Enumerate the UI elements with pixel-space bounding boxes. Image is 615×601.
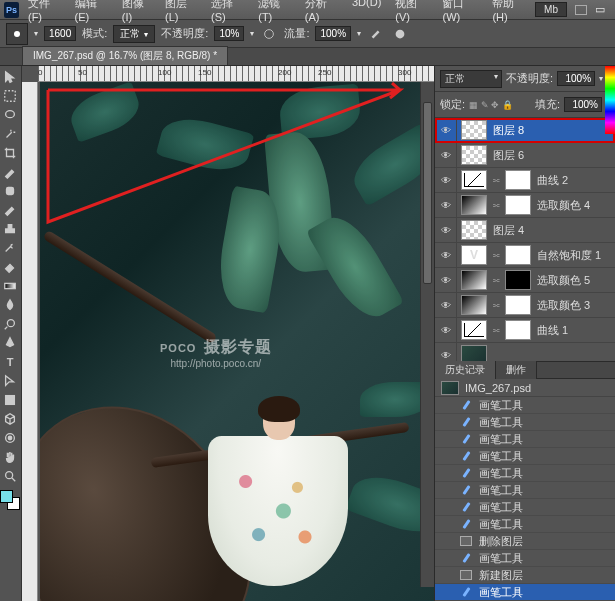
menu-item[interactable]: 文件(F): [21, 0, 68, 25]
menu-item[interactable]: 滤镜(T): [251, 0, 298, 25]
menu-item[interactable]: 图像(I): [115, 0, 158, 25]
history-brush-tool[interactable]: [0, 239, 20, 257]
eraser-tool[interactable]: [0, 258, 20, 276]
brush-icon: [459, 466, 473, 480]
history-snapshot[interactable]: IMG_267.psd: [435, 379, 615, 397]
visibility-toggle[interactable]: 👁: [435, 293, 457, 317]
scrollbar-vertical[interactable]: [420, 82, 434, 587]
menu-item[interactable]: 窗口(W): [435, 0, 485, 25]
screen-mode-icon[interactable]: ▭: [595, 3, 605, 16]
visibility-toggle[interactable]: 👁: [435, 268, 457, 292]
visibility-toggle[interactable]: 👁: [435, 243, 457, 267]
flow-input[interactable]: 100%: [315, 26, 351, 41]
blend-mode-select[interactable]: 正常: [113, 25, 155, 43]
menu-item[interactable]: 分析(A): [298, 0, 345, 25]
layer-row[interactable]: 👁V⫘自然饱和度 1: [435, 243, 615, 268]
visibility-toggle[interactable]: 👁: [435, 118, 457, 142]
history-item[interactable]: 画笔工具: [435, 397, 615, 414]
lasso-tool[interactable]: [0, 106, 20, 124]
layers-list: 👁图层 8👁图层 6👁⫘曲线 2👁⫘选取颜色 4👁图层 4👁V⫘自然饱和度 1👁…: [435, 118, 615, 361]
menu-item[interactable]: 图层(L): [158, 0, 204, 25]
pressure-opacity-icon[interactable]: [260, 25, 278, 43]
gradient-tool[interactable]: [0, 277, 20, 295]
layer-row[interactable]: 👁⫘选取颜色 3: [435, 293, 615, 318]
visibility-toggle[interactable]: 👁: [435, 318, 457, 342]
layer-thumb: [461, 295, 487, 315]
color-ramp[interactable]: [605, 66, 615, 134]
brush-size[interactable]: 1600: [44, 26, 76, 41]
history-item[interactable]: 删除图层: [435, 533, 615, 550]
menu-item[interactable]: 帮助(H): [485, 0, 533, 25]
menu-item[interactable]: 编辑(E): [68, 0, 115, 25]
layer-thumb: [461, 170, 487, 190]
menu-item[interactable]: 3D(D): [345, 0, 388, 25]
layer-thumb: [461, 270, 487, 290]
type-tool[interactable]: T: [0, 353, 20, 371]
history-item[interactable]: 画笔工具: [435, 465, 615, 482]
document-tab[interactable]: IMG_267.psd @ 16.7% (图层 8, RGB/8) *: [22, 46, 228, 65]
crop-tool[interactable]: [0, 144, 20, 162]
hand-tool[interactable]: [0, 448, 20, 466]
marquee-tool[interactable]: [0, 87, 20, 105]
3d-camera-tool[interactable]: [0, 429, 20, 447]
layer-row[interactable]: 👁⫘选取颜色 4: [435, 193, 615, 218]
flow-label: 流量:: [284, 26, 309, 41]
menu-item[interactable]: 视图(V): [388, 0, 435, 25]
dodge-tool[interactable]: [0, 315, 20, 333]
foreground-color[interactable]: [0, 490, 13, 503]
layer-row[interactable]: 👁图层 4: [435, 218, 615, 243]
layer-row[interactable]: 👁图层 8: [435, 118, 615, 143]
history-item[interactable]: 画笔工具: [435, 499, 615, 516]
actions-tab[interactable]: 删作: [496, 361, 537, 379]
frame-icon[interactable]: [575, 5, 587, 15]
visibility-toggle[interactable]: 👁: [435, 143, 457, 167]
history-item[interactable]: 画笔工具: [435, 516, 615, 533]
pen-tool[interactable]: [0, 334, 20, 352]
history-item[interactable]: 新建图层: [435, 567, 615, 584]
visibility-toggle[interactable]: 👁: [435, 193, 457, 217]
layer-thumb: [461, 145, 487, 165]
history-item[interactable]: 画笔工具: [435, 431, 615, 448]
heal-tool[interactable]: [0, 182, 20, 200]
history-item[interactable]: 画笔工具: [435, 550, 615, 567]
wand-tool[interactable]: [0, 125, 20, 143]
visibility-toggle[interactable]: 👁: [435, 343, 457, 361]
layer-row[interactable]: 👁⫘曲线 2: [435, 168, 615, 193]
visibility-toggle[interactable]: 👁: [435, 168, 457, 192]
history-item[interactable]: 画笔工具: [435, 448, 615, 465]
menu-item[interactable]: 选择(S): [204, 0, 251, 25]
layer-row[interactable]: 👁图层 6: [435, 143, 615, 168]
layer-fill-input[interactable]: 100%: [564, 97, 602, 112]
canvas[interactable]: POCO 摄影专题 http://photo.poco.cn/: [40, 82, 434, 601]
layer-row[interactable]: 👁: [435, 343, 615, 361]
eyedropper-tool[interactable]: [0, 163, 20, 181]
shape-tool[interactable]: [0, 391, 20, 409]
pressure-size-icon[interactable]: [391, 25, 409, 43]
layer-row[interactable]: 👁⫘选取颜色 5: [435, 268, 615, 293]
history-tab[interactable]: 历史记录: [435, 361, 496, 379]
blur-tool[interactable]: [0, 296, 20, 314]
layer-blend-select[interactable]: 正常: [440, 70, 502, 88]
lock-icons[interactable]: ▦ ✎ ✥ 🔒: [469, 100, 513, 110]
layer-name: 自然饱和度 1: [535, 248, 611, 263]
brush-preview[interactable]: [6, 23, 28, 45]
visibility-toggle[interactable]: 👁: [435, 218, 457, 242]
color-swatches[interactable]: [0, 490, 20, 510]
zoom-tool[interactable]: [0, 467, 20, 485]
layer-row[interactable]: 👁⫘曲线 1: [435, 318, 615, 343]
path-tool[interactable]: [0, 372, 20, 390]
svg-rect-4: [7, 188, 14, 195]
airbrush-icon[interactable]: [367, 25, 385, 43]
stamp-tool[interactable]: [0, 220, 20, 238]
mask-thumb: [505, 320, 531, 340]
brush-icon: [459, 415, 473, 429]
layer-thumb: V: [461, 245, 487, 265]
3d-tool[interactable]: [0, 410, 20, 428]
history-item[interactable]: 画笔工具: [435, 482, 615, 499]
layer-opacity-input[interactable]: 100%: [557, 71, 595, 86]
brush-tool[interactable]: [0, 201, 20, 219]
history-item[interactable]: 画笔工具: [435, 414, 615, 431]
history-item[interactable]: 画笔工具: [435, 584, 615, 601]
move-tool[interactable]: [0, 68, 20, 86]
opacity-input[interactable]: 10%: [214, 26, 244, 41]
